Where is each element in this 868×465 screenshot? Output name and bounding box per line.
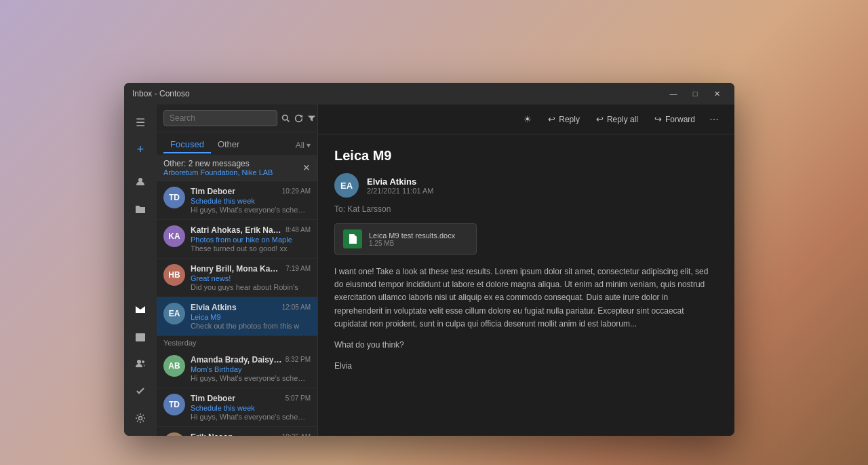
email-time: 12:05 AM	[282, 303, 311, 311]
close-button[interactable]: ✕	[707, 87, 726, 100]
forward-icon: ↪	[654, 114, 662, 124]
compose-button[interactable]: +	[128, 137, 153, 162]
search-bar	[157, 105, 317, 132]
avatar: AB	[163, 355, 185, 377]
email-time: 5:07 PM	[285, 394, 311, 402]
email-list: TD Tim Deboer 10:29 AM Schedule this wee…	[157, 181, 317, 436]
more-actions-button[interactable]: ···	[705, 110, 724, 129]
email-item[interactable]: HB Henry Brill, Mona Kane, Cecil Fo… 7:1…	[157, 259, 317, 297]
email-sender: Tim Deboer	[191, 394, 235, 403]
email-sender: Erik Nason	[191, 432, 233, 436]
sun-icon: ☀	[524, 114, 532, 124]
notification-banner: Other: 2 new messages Arboretum Foundati…	[157, 155, 317, 181]
tabs-row: Focused Other All ▾	[157, 132, 317, 155]
date-separator: Yesterday	[157, 336, 317, 350]
notification-close-button[interactable]: ✕	[302, 162, 311, 173]
minimize-button[interactable]: —	[664, 87, 683, 100]
email-subject: Photos from our hike on Maple	[191, 236, 311, 244]
email-body: I want one! Take a look at these test re…	[334, 265, 718, 373]
avatar: EA	[163, 303, 185, 324]
email-preview: Hi guys, What's everyone's sche…	[191, 413, 311, 421]
email-body-p1: I want one! Take a look at these test re…	[334, 265, 718, 331]
email-preview: Did you guys hear about Robin's	[191, 283, 311, 291]
svg-point-7	[139, 417, 142, 420]
sender-avatar: EA	[334, 173, 359, 198]
notification-title: Other: 2 new messages	[163, 159, 273, 168]
hamburger-menu-icon[interactable]: ☰	[128, 110, 153, 134]
email-item[interactable]: EN Erik Nason 10:35 AM Schedule this wee…	[157, 427, 317, 436]
forward-button[interactable]: ↪ Forward	[648, 111, 702, 128]
attachment-size: 1.25 MB	[369, 240, 468, 247]
main-layout: ☰ +	[124, 105, 734, 436]
svg-point-5	[137, 360, 141, 364]
svg-line-9	[287, 119, 289, 122]
email-time: 7:19 AM	[285, 265, 311, 272]
app-window: Inbox - Contoso — □ ✕ ☰ +	[124, 83, 734, 436]
email-time: 10:35 AM	[282, 433, 311, 436]
notification-subtitle: Arboretum Foundation, Nike LAB	[163, 168, 273, 176]
sun-button[interactable]: ☀	[517, 111, 538, 128]
todo-icon[interactable]	[128, 379, 153, 403]
email-sender: Katri Ahokas, Erik Nason	[191, 225, 283, 235]
email-body-p3: Elvia	[334, 360, 718, 373]
email-sender: Elvia Atkins	[191, 303, 237, 312]
email-body-p2: What do you think?	[334, 339, 718, 352]
filter-button[interactable]	[307, 110, 316, 126]
attachment-name: Leica M9 test results.docx	[369, 231, 468, 240]
refresh-button[interactable]	[294, 110, 303, 126]
email-item-selected[interactable]: EA Elvia Atkins 12:05 AM Leica M9 Check …	[157, 297, 317, 336]
nav-rail: ☰ +	[124, 105, 157, 436]
tab-all[interactable]: All ▾	[296, 141, 311, 150]
people-icon[interactable]	[128, 170, 153, 194]
attachment-box[interactable]: Leica M9 test results.docx 1.25 MB	[334, 223, 477, 255]
email-list-panel: Focused Other All ▾ Other: 2 new message…	[157, 105, 318, 436]
avatar: TD	[163, 394, 185, 415]
tab-focused[interactable]: Focused	[163, 136, 211, 153]
avatar: KA	[163, 225, 185, 247]
maximize-button[interactable]: □	[686, 87, 705, 100]
email-subject: Leica M9	[191, 313, 311, 321]
email-subject: Schedule this week	[191, 404, 311, 412]
calendar-icon[interactable]	[128, 324, 153, 349]
reply-icon: ↩	[548, 114, 555, 124]
email-preview: Hi guys, What's everyone's sche…	[191, 374, 311, 382]
email-time: 8:48 AM	[285, 226, 311, 234]
svg-point-8	[283, 115, 288, 119]
email-sender: Henry Brill, Mona Kane, Cecil Fo…	[191, 264, 283, 274]
email-preview: Hi guys, What's everyone's sche…	[191, 206, 311, 214]
email-item[interactable]: KA Katri Ahokas, Erik Nason 8:48 AM Phot…	[157, 220, 317, 259]
email-subject: Great news!	[191, 274, 311, 282]
svg-rect-1	[136, 333, 145, 341]
email-preview: These turned out so good! xx	[191, 244, 311, 253]
email-item[interactable]: AB Amanda Brady, Daisy Phillips 8:32 PM …	[157, 350, 317, 388]
email-item[interactable]: TD Tim Deboer 5:07 PM Schedule this week…	[157, 388, 317, 427]
svg-point-6	[142, 360, 144, 363]
tab-other[interactable]: Other	[211, 136, 247, 153]
mail-icon[interactable]	[128, 297, 153, 322]
sender-date: 2/21/2021 11:01 AM	[367, 187, 718, 195]
email-time: 8:32 PM	[285, 356, 311, 363]
attachment-file-icon	[343, 229, 362, 248]
email-sender: Tim Deboer	[191, 187, 235, 196]
reading-toolbar: ☀ ↩ Reply ↩ Reply all ↪ Forward ···	[318, 105, 734, 134]
email-time: 10:29 AM	[282, 187, 311, 195]
reply-all-button[interactable]: ↩ Reply all	[589, 111, 645, 128]
window-title: Inbox - Contoso	[132, 89, 664, 98]
title-bar: Inbox - Contoso — □ ✕	[124, 83, 734, 105]
settings-icon[interactable]	[128, 406, 153, 430]
search-button[interactable]	[281, 110, 290, 126]
reading-content: Leica M9 EA Elvia Atkins 2/21/2021 11:01…	[318, 134, 734, 436]
email-reading-title: Leica M9	[334, 148, 718, 164]
avatar: HB	[163, 264, 185, 286]
email-subject: Mom's Birthday	[191, 365, 311, 373]
search-input[interactable]	[163, 110, 277, 126]
reply-button[interactable]: ↩ Reply	[541, 111, 587, 128]
email-preview: Check out the photos from this w	[191, 322, 311, 330]
contacts-icon[interactable]	[128, 352, 153, 376]
window-controls: — □ ✕	[664, 87, 726, 100]
folders-icon[interactable]	[128, 197, 153, 221]
avatar: EN	[163, 432, 185, 436]
email-item[interactable]: TD Tim Deboer 10:29 AM Schedule this wee…	[157, 181, 317, 220]
reading-pane: ☀ ↩ Reply ↩ Reply all ↪ Forward ··· Leic…	[318, 105, 734, 436]
sender-name: Elvia Atkins	[367, 176, 718, 187]
